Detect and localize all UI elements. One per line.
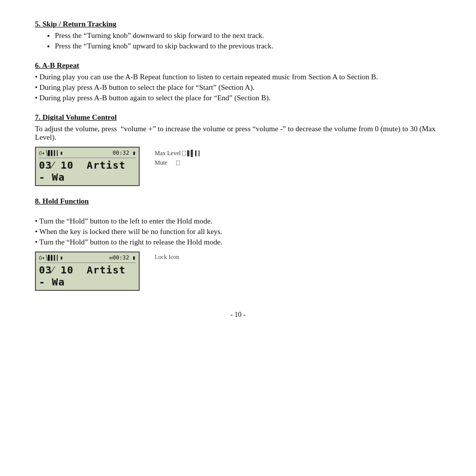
vol-max-label: Max Level ⎕ ▋▌▍▎ xyxy=(155,149,202,158)
section-hold-heading: 8. Hold Function xyxy=(35,197,441,206)
ab-point-1: During play you can use the A-B Repeat f… xyxy=(35,73,441,81)
hold-point-1: Turn the “Hold” button to the left to en… xyxy=(35,217,441,226)
vol-mute-label: Mute ⎕ xyxy=(155,158,202,168)
volume-body: To adjust the volume, press “volume +” t… xyxy=(35,125,441,142)
hold-image-row: ⎙✦⎞▋▌▍▎▮ ✉00:32 ▮ 03⁄ 10 Artist - Wa Loc… xyxy=(35,251,441,291)
section-hold: 8. Hold Function Turn the “Hold” button … xyxy=(35,197,441,291)
volume-lcd-top: ⎙✦⎞▋▌▍▎▮ 00:32 ▮ xyxy=(39,150,136,156)
skip-bullets: Press the “Turning knob” downward to ski… xyxy=(35,31,441,50)
volume-lcd: ⎙✦⎞▋▌▍▎▮ 00:32 ▮ 03⁄ 10 Artist - Wa xyxy=(35,147,140,186)
hold-point-3: Turn the “Hold” button to the right to r… xyxy=(35,238,441,246)
section-skip: 5. Skip / Return Tracking Press the “Tur… xyxy=(35,20,441,50)
hold-lcd-left-icons: ⎙✦⎞▋▌▍▎▮ xyxy=(39,255,63,260)
ab-repeat-points: During play you can use the A-B Repeat f… xyxy=(35,73,441,102)
lock-label-container: Lock Icon xyxy=(155,253,179,261)
section-skip-heading: 5. Skip / Return Tracking xyxy=(35,20,441,28)
ab-point-2: During play press A-B button to select t… xyxy=(35,83,441,92)
volume-lcd-bottom: 03⁄ 10 Artist - Wa xyxy=(39,158,136,183)
page-number: - 10 - xyxy=(35,311,441,319)
section-ab-heading: 6. A-B Repeat xyxy=(35,61,441,70)
section-ab-repeat: 6. A-B Repeat During play you can use th… xyxy=(35,61,441,102)
volume-image-row: ⎙✦⎞▋▌▍▎▮ 00:32 ▮ 03⁄ 10 Artist - Wa Max … xyxy=(35,147,441,186)
hold-lcd: ⎙✦⎞▋▌▍▎▮ ✉00:32 ▮ 03⁄ 10 Artist - Wa xyxy=(35,251,140,291)
volume-labels: Max Level ⎕ ▋▌▍▎ Mute ⎕ xyxy=(155,149,202,168)
volume-lcd-time: 00:32 ▮ xyxy=(113,150,136,156)
hold-lcd-bottom: 03⁄ 10 Artist - Wa xyxy=(39,262,136,288)
lock-label: Lock Icon xyxy=(155,253,179,260)
section-volume-heading: 7. Digital Volume Control xyxy=(35,113,441,122)
volume-lcd-left-icons: ⎙✦⎞▋▌▍▎▮ xyxy=(39,150,63,156)
hold-lcd-top: ⎙✦⎞▋▌▍▎▮ ✉00:32 ▮ xyxy=(39,254,136,261)
skip-bullet-2: Press the “Turning knob” upward to skip … xyxy=(55,42,441,50)
hold-point-2: When the key is locked there will be no … xyxy=(35,228,441,236)
hold-lcd-time: ✉00:32 ▮ xyxy=(109,254,136,261)
hold-points: Turn the “Hold” button to the left to en… xyxy=(35,217,441,246)
skip-bullet-1: Press the “Turning knob” downward to ski… xyxy=(55,31,441,40)
ab-point-3: During play press A-B button again to se… xyxy=(35,94,441,102)
section-volume: 7. Digital Volume Control To adjust the … xyxy=(35,113,441,186)
